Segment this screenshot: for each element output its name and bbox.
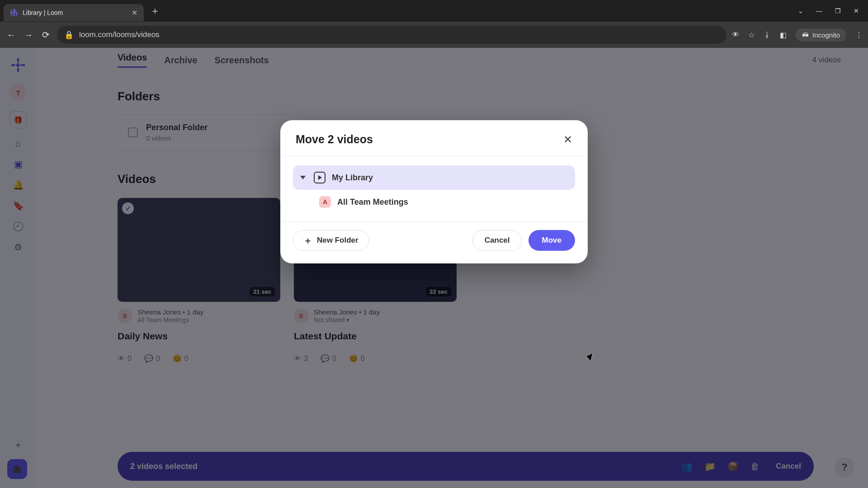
move-label: Move (542, 236, 561, 244)
modal-backdrop: Move 2 videos ✕ My Library A All Team Me… (0, 48, 868, 488)
cancel-button[interactable]: Cancel (472, 230, 522, 251)
incognito-badge[interactable]: 🕶 Incognito (796, 28, 846, 42)
browser-tab[interactable]: Library | Loom ✕ (4, 4, 144, 21)
maximize-icon[interactable]: ❐ (835, 7, 841, 14)
tab-close-icon[interactable]: ✕ (132, 9, 137, 17)
modal-footer: ＋ New Folder Cancel Move (280, 221, 588, 263)
tab-title: Library | Loom (23, 9, 127, 16)
incognito-icon: 🕶 (802, 31, 809, 39)
minimize-icon[interactable]: — (816, 7, 822, 14)
folder-label: My Library (332, 173, 373, 183)
new-folder-button[interactable]: ＋ New Folder (293, 230, 369, 251)
close-window-icon[interactable]: ✕ (854, 7, 859, 14)
window-controls: ⌄ — ❐ ✕ (798, 7, 864, 14)
tab-bar: Library | Loom ✕ ＋ ⌄ — ❐ ✕ (0, 0, 868, 22)
svg-rect-8 (10, 13, 13, 15)
move-modal: Move 2 videos ✕ My Library A All Team Me… (280, 120, 588, 263)
lock-icon: 🔒 (64, 30, 74, 40)
folder-row-team-meetings[interactable]: A All Team Meetings (312, 190, 575, 214)
tracking-icon[interactable]: 👁 (732, 31, 739, 39)
new-folder-label: New Folder (317, 236, 359, 245)
side-panel-icon[interactable]: ◧ (780, 31, 787, 39)
plus-icon: ＋ (303, 236, 312, 245)
kebab-menu-icon[interactable]: ⋮ (855, 31, 863, 39)
svg-rect-5 (10, 9, 13, 12)
folder-badge-icon: A (319, 196, 331, 208)
forward-icon[interactable]: → (23, 30, 34, 40)
url-input[interactable]: 🔒 loom.com/looms/videos (57, 26, 726, 44)
new-tab-button[interactable]: ＋ (150, 4, 160, 18)
downloads-icon[interactable]: ⭳ (764, 31, 771, 39)
browser-chrome: Library | Loom ✕ ＋ ⌄ — ❐ ✕ ← → ⟳ 🔒 loom.… (0, 0, 868, 48)
folder-row-my-library[interactable]: My Library (293, 165, 575, 190)
app-viewport: T 🎁 ⌂ ▣ 🔔 🔖 🕘 ⚙ ＋ A 🎥 Videos Archive Scr… (0, 48, 868, 488)
badge-initial: A (323, 198, 327, 206)
folder-label: All Team Meetings (337, 197, 408, 207)
reload-icon[interactable]: ⟳ (40, 29, 52, 40)
incognito-label: Incognito (812, 31, 840, 39)
svg-point-0 (13, 12, 15, 14)
folder-list: My Library A All Team Meetings (280, 156, 588, 221)
svg-rect-4 (15, 12, 18, 13)
move-button[interactable]: Move (528, 230, 575, 251)
loom-favicon-icon (10, 9, 18, 17)
url-text: loom.com/looms/videos (79, 30, 719, 39)
cancel-label: Cancel (485, 236, 510, 244)
bookmark-star-icon[interactable]: ☆ (748, 31, 755, 39)
back-icon[interactable]: ← (5, 30, 17, 40)
address-bar: ← → ⟳ 🔒 loom.com/looms/videos 👁 ☆ ⭳ ◧ 🕶 … (0, 22, 868, 48)
modal-close-button[interactable]: ✕ (563, 133, 572, 146)
modal-title: Move 2 videos (296, 133, 373, 146)
svg-rect-3 (10, 12, 13, 13)
caret-down-icon[interactable] (300, 176, 306, 179)
library-folder-icon (314, 172, 326, 183)
svg-rect-6 (15, 13, 18, 15)
tabs-dropdown-icon[interactable]: ⌄ (798, 7, 803, 14)
svg-rect-2 (14, 14, 14, 16)
